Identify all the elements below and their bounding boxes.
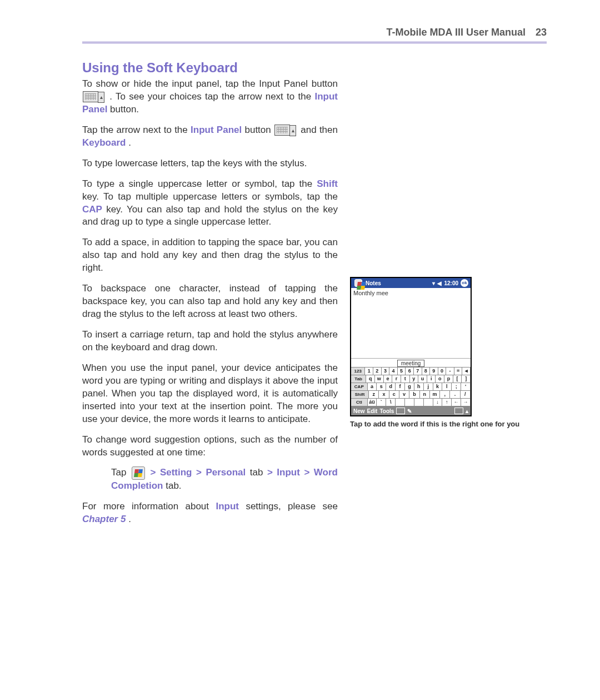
kbd-key[interactable]: q bbox=[366, 375, 375, 383]
kbd-key[interactable]: ↓ bbox=[433, 399, 443, 406]
sip-icon[interactable] bbox=[396, 408, 405, 414]
kbd-key[interactable]: e bbox=[384, 375, 393, 383]
kbd-key[interactable]: u bbox=[418, 375, 427, 383]
start-flag-icon bbox=[132, 466, 145, 480]
ok-button[interactable]: ok bbox=[461, 279, 468, 287]
kbd-key[interactable]: ] bbox=[462, 375, 471, 383]
phone-app-name: Notes bbox=[366, 280, 381, 286]
word-suggestion[interactable]: meeting bbox=[397, 360, 425, 367]
soft-keyboard[interactable]: 1231234567890-=◄Tabqwertyuiop[]CAPasdfgh… bbox=[351, 367, 471, 406]
kbd-key[interactable]: 2 bbox=[373, 368, 382, 375]
kbd-key[interactable]: k bbox=[433, 383, 443, 391]
kbd-key[interactable]: . bbox=[450, 391, 460, 399]
kw-keyboard: Keyboard bbox=[82, 137, 126, 148]
kbd-key[interactable]: o bbox=[436, 375, 444, 383]
kbd-key[interactable]: f bbox=[396, 383, 405, 391]
kbd-toggle-icon[interactable] bbox=[454, 408, 463, 414]
menu-edit[interactable]: Edit bbox=[367, 408, 378, 414]
kbd-key[interactable] bbox=[405, 399, 414, 406]
kbd-key[interactable]: ` bbox=[377, 399, 386, 406]
menu-tools[interactable]: Tools bbox=[379, 408, 394, 414]
para-10: For more information about Input setting… bbox=[82, 500, 338, 526]
phone-titlebar: Notes ▾ ◀ 12:00 ok bbox=[351, 278, 471, 288]
kbd-key[interactable]: 3 bbox=[382, 368, 390, 375]
path-input: Input bbox=[277, 468, 300, 478]
kbd-key[interactable]: - bbox=[446, 368, 454, 375]
kbd-key[interactable]: i bbox=[427, 375, 436, 383]
start-flag-icon-small bbox=[354, 279, 362, 287]
note-body[interactable]: Monthly mee bbox=[351, 288, 471, 359]
kbd-key[interactable]: j bbox=[424, 383, 433, 391]
kbd-key[interactable]: l bbox=[442, 383, 452, 391]
kbd-key[interactable]: n bbox=[420, 391, 430, 399]
kbd-key[interactable]: b bbox=[409, 391, 419, 399]
kbd-key[interactable]: g bbox=[405, 383, 414, 391]
kbd-key[interactable]: 7 bbox=[414, 368, 422, 375]
para-4: To type a single uppercase letter or sym… bbox=[82, 178, 338, 229]
kbd-key[interactable]: p bbox=[444, 375, 453, 383]
kbd-key[interactable]: r bbox=[392, 375, 401, 383]
page-header: T-Mobile MDA III User Manual 23 bbox=[82, 27, 547, 38]
up-arrow-icon[interactable]: ▴ bbox=[466, 408, 468, 414]
kw-cap: CAP bbox=[82, 204, 102, 215]
section-title: Using the Soft Keyboard bbox=[82, 60, 338, 76]
para-9: To change word suggestion options, such … bbox=[82, 434, 338, 459]
kbd-key[interactable]: ← bbox=[452, 399, 461, 406]
typed-text: Monthly mee bbox=[353, 290, 388, 296]
kw-input-panel-2: Input Panel bbox=[191, 125, 242, 135]
kbd-key[interactable]: 4 bbox=[389, 368, 398, 375]
kbd-key[interactable]: ; bbox=[452, 383, 461, 391]
kbd-key[interactable]: Shift bbox=[351, 391, 369, 399]
kbd-key[interactable]: 9 bbox=[430, 368, 438, 375]
kbd-key[interactable]: ' bbox=[461, 383, 471, 391]
kbd-key[interactable]: = bbox=[454, 368, 463, 375]
suggestion-row: meeting bbox=[351, 359, 471, 367]
kbd-key[interactable] bbox=[414, 399, 424, 406]
chapter-ref: Chapter 5 bbox=[82, 514, 126, 524]
kbd-key[interactable] bbox=[396, 399, 405, 406]
kbd-key[interactable]: 0 bbox=[438, 368, 447, 375]
pen-icon[interactable]: ✎ bbox=[407, 408, 412, 414]
kbd-key[interactable]: z bbox=[369, 391, 379, 399]
main-column: Using the Soft Keyboard To show or hide … bbox=[82, 60, 338, 534]
kbd-key[interactable]: y bbox=[410, 375, 419, 383]
kbd-key[interactable]: 1 bbox=[365, 368, 373, 375]
kbd-key[interactable]: v bbox=[399, 391, 409, 399]
kbd-key[interactable]: d bbox=[386, 383, 396, 391]
kbd-key[interactable]: 123 bbox=[351, 368, 365, 375]
kbd-key[interactable]: 5 bbox=[398, 368, 406, 375]
kbd-key[interactable]: CAP bbox=[351, 383, 368, 391]
kbd-key[interactable]: a bbox=[368, 383, 377, 391]
speaker-icon: ◀ bbox=[437, 280, 442, 286]
path-setting: Setting bbox=[160, 468, 192, 478]
kbd-key[interactable]: 8 bbox=[422, 368, 431, 375]
side-column: Notes ▾ ◀ 12:00 ok Monthly mee meeting 1… bbox=[350, 60, 547, 534]
menu-new[interactable]: New bbox=[353, 408, 365, 414]
kbd-key[interactable]: \ bbox=[386, 399, 396, 406]
kbd-key[interactable] bbox=[424, 399, 433, 406]
kw-shift: Shift bbox=[317, 178, 338, 189]
kbd-key[interactable]: t bbox=[401, 375, 410, 383]
kbd-key[interactable]: w bbox=[375, 375, 384, 383]
kbd-key[interactable]: → bbox=[461, 399, 471, 406]
kbd-key[interactable]: [ bbox=[453, 375, 462, 383]
path-personal: Personal bbox=[206, 468, 246, 478]
kbd-key[interactable]: , bbox=[440, 391, 450, 399]
header-rule bbox=[82, 42, 547, 43]
kbd-key[interactable]: Ctl bbox=[351, 399, 368, 406]
kbd-key[interactable]: Tab bbox=[351, 375, 366, 383]
kbd-key[interactable]: 6 bbox=[406, 368, 414, 375]
kbd-key[interactable]: / bbox=[461, 391, 471, 399]
kbd-key[interactable]: x bbox=[379, 391, 389, 399]
kbd-key[interactable]: ◄ bbox=[462, 368, 471, 375]
kbd-key[interactable]: s bbox=[377, 383, 386, 391]
kw-input: Input bbox=[216, 501, 239, 512]
kbd-key[interactable]: ↑ bbox=[442, 399, 452, 406]
kbd-key[interactable]: áü bbox=[368, 399, 377, 406]
phone-bottombar: New Edit Tools ✎ ▴ bbox=[351, 406, 471, 415]
kbd-key[interactable]: m bbox=[430, 391, 440, 399]
kbd-key[interactable]: c bbox=[389, 391, 399, 399]
kbd-key[interactable]: h bbox=[414, 383, 424, 391]
input-panel-icon-2 bbox=[274, 125, 290, 136]
figure-caption: Tap to add the word if this is the right… bbox=[350, 420, 547, 429]
